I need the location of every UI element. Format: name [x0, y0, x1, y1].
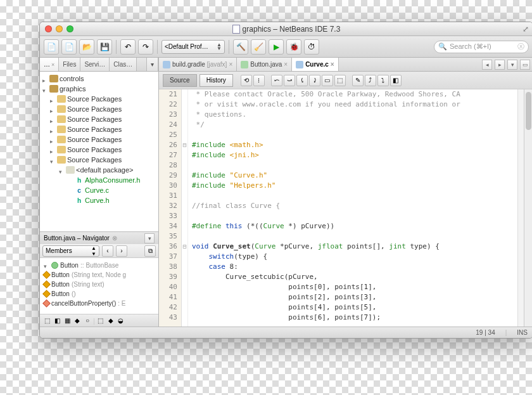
file-curve-h[interactable]: hCurve.h — [40, 195, 158, 205]
error-stripe[interactable] — [517, 89, 524, 327]
filter-2-icon[interactable]: ◧ — [53, 316, 61, 325]
filter-6-icon[interactable]: ⬚ — [96, 316, 105, 325]
minimize-button[interactable] — [56, 25, 63, 32]
nav-prev-button[interactable]: ‹ — [102, 245, 113, 257]
titlebar: graphics – NetBeans IDE 7.3 ⤢ — [40, 22, 532, 36]
editor-tab-build-gradle[interactable]: build.gradle [javafx] × — [159, 58, 237, 71]
nav-ctor-3[interactable]: Button() — [40, 289, 158, 299]
close-button[interactable] — [45, 25, 52, 32]
clean-build-button[interactable]: 🧹 — [251, 39, 266, 55]
fullscreen-icon[interactable]: ⤢ — [522, 25, 529, 34]
config-select[interactable]: <Default Prof… ▲▼ — [162, 40, 225, 54]
undo-button[interactable]: ↶ — [120, 39, 136, 55]
project-icon — [49, 85, 58, 93]
src-packages-node[interactable]: Source Packages — [40, 124, 158, 134]
header-file-icon: h — [75, 176, 84, 184]
header-file-icon: h — [75, 197, 84, 204]
navigator-menu-button[interactable]: ▾ — [144, 233, 155, 243]
default-package-icon — [66, 166, 75, 174]
redo-button[interactable]: ↷ — [138, 39, 153, 55]
build-button[interactable]: 🔨 — [233, 39, 248, 55]
zoom-button[interactable] — [66, 25, 73, 32]
src-packages-node-open[interactable]: Source Packages — [40, 155, 158, 165]
filter-5-icon[interactable]: ○ — [83, 316, 92, 325]
src-packages-node[interactable]: Source Packages — [40, 145, 158, 155]
navigator-close-icon[interactable]: ⊗ — [112, 235, 117, 242]
editor-tool-6[interactable]: ⤸ — [309, 75, 320, 86]
package-icon — [57, 95, 66, 103]
source-view-button[interactable]: Source — [163, 74, 197, 87]
nav-class-node[interactable]: Button :: ButtonBase — [40, 261, 158, 270]
filter-4-icon[interactable]: ◆ — [73, 316, 82, 325]
filter-8-icon[interactable]: ◒ — [117, 316, 125, 325]
tab-list-button[interactable]: ▾ — [507, 60, 517, 70]
nav-ctor-2[interactable]: Button(String text) — [40, 280, 158, 289]
members-select[interactable]: Members▲▼ — [42, 245, 99, 257]
src-packages-node[interactable]: Source Packages — [40, 114, 158, 124]
window-title: graphics – NetBeans IDE 7.3 — [40, 25, 532, 34]
clear-search-icon[interactable]: ⓧ — [517, 42, 524, 51]
new-file-button[interactable]: 📄 — [44, 39, 59, 55]
constructor-icon — [42, 290, 51, 298]
src-packages-node[interactable]: Source Packages — [40, 94, 158, 104]
fold-bar[interactable]: ⊟⊟ — [182, 89, 188, 327]
panel-menu-button[interactable]: ▾ — [146, 58, 158, 71]
tab-scroll-right-button[interactable]: ▸ — [495, 60, 505, 70]
profile-button[interactable]: ⏱ — [304, 39, 319, 55]
file-alphaconsumer[interactable]: hAlphaConsumer.h — [40, 175, 158, 185]
editor-tab-button-java[interactable]: Button.java × — [237, 58, 292, 71]
editor-tool-8[interactable]: ⬚ — [334, 75, 346, 86]
src-packages-node[interactable]: Source Packages — [40, 134, 158, 145]
editor-tool-11[interactable]: ⤵ — [377, 75, 389, 86]
code-area[interactable]: * Please contact Oracle, 500 Oracle Park… — [188, 89, 517, 327]
classes-tab[interactable]: Clas… — [110, 58, 137, 71]
nav-window-button[interactable]: ⧉ — [144, 245, 156, 257]
close-icon[interactable]: × — [229, 61, 232, 68]
project-tree[interactable]: controls graphics Source Packages Source… — [40, 72, 158, 231]
file-curve-c[interactable]: cCurve.c — [40, 185, 158, 195]
file-icon — [163, 61, 170, 68]
tab-scroll-left-button[interactable]: ◂ — [482, 60, 492, 70]
project-node-graphics[interactable]: graphics — [40, 84, 158, 94]
navigator-filter-toolbar: ⬚ ◧ ▦ ◆ ○ | ⬚ ◆ ◒ — [40, 314, 158, 327]
default-package-node[interactable]: <default package> — [40, 165, 158, 175]
close-icon[interactable]: × — [284, 61, 288, 68]
package-icon — [57, 156, 66, 164]
navigator-tree[interactable]: Button :: ButtonBase Button(String text,… — [40, 258, 158, 314]
editor-tool-2[interactable]: ⫶ — [253, 75, 265, 86]
search-input[interactable]: 🔍 Search (⌘+I) ⓧ — [434, 41, 529, 53]
files-tab[interactable]: Files — [59, 58, 80, 71]
maximize-editor-button[interactable]: ▭ — [520, 60, 530, 70]
debug-button[interactable]: 🐞 — [286, 39, 301, 55]
nav-ctor-1[interactable]: Button(String text, Node g — [40, 270, 158, 280]
editor-tool-10[interactable]: ⤴ — [365, 75, 376, 86]
projects-tab[interactable]: …× — [40, 58, 59, 71]
editor-tool-1[interactable]: ⟲ — [241, 75, 252, 86]
editor-tool-9[interactable]: ✎ — [352, 75, 364, 86]
filter-1-icon[interactable]: ⬚ — [42, 316, 51, 325]
editor-tool-12[interactable]: ◧ — [390, 75, 402, 86]
run-button[interactable]: ▶ — [269, 39, 284, 55]
file-icon — [241, 61, 248, 68]
new-project-button[interactable]: 📄 — [61, 39, 77, 55]
status-bar: 19 | 34 | INS — [40, 327, 532, 338]
editor-tool-3[interactable]: ⤺ — [271, 75, 282, 86]
editor-tool-7[interactable]: ▭ — [322, 75, 333, 86]
save-all-button[interactable]: 💾 — [97, 39, 112, 55]
editor-scrollbar[interactable] — [524, 89, 532, 327]
nav-next-button[interactable]: › — [116, 245, 127, 257]
src-packages-node[interactable]: Source Packages — [40, 104, 158, 114]
filter-7-icon[interactable]: ◆ — [106, 316, 115, 325]
nav-method[interactable]: cancelButtonProperty() : E — [40, 299, 158, 308]
history-view-button[interactable]: History — [200, 74, 233, 87]
editor-tab-curve-c[interactable]: Curve.c × — [292, 58, 339, 71]
filter-3-icon[interactable]: ▦ — [63, 316, 72, 325]
search-icon: 🔍 — [438, 42, 447, 51]
services-tab[interactable]: Servi… — [80, 58, 110, 71]
open-button[interactable]: 📂 — [79, 39, 94, 55]
editor-tool-5[interactable]: ⤹ — [296, 75, 308, 86]
project-node-controls[interactable]: controls — [40, 74, 158, 84]
close-icon[interactable]: × — [331, 61, 334, 68]
editor-tool-4[interactable]: ⤻ — [284, 75, 295, 86]
code-editor[interactable]: 21 22 23 24 25 26 27 28 29 30 31 32 33 3… — [159, 89, 532, 327]
